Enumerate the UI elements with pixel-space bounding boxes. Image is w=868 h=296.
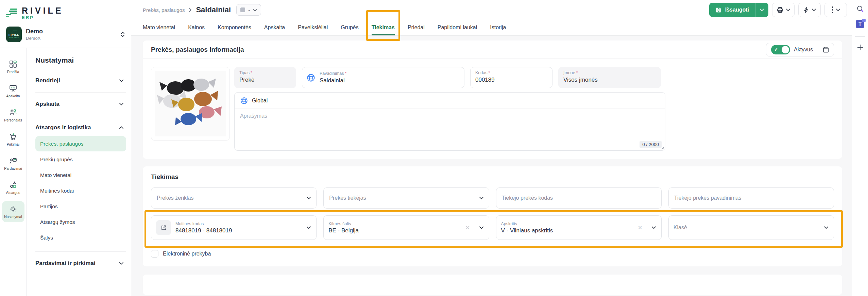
sidebar-item-partijos[interactable]: Partijos [35,199,126,214]
save-dropdown-button[interactable] [755,3,768,17]
breadcrumb-parent[interactable]: Prekės, paslaugos [143,7,185,13]
tab-papildomi-laukai[interactable]: Papildomi laukai [438,20,477,35]
tab-kainos[interactable]: Kainos [188,20,205,35]
tab-mato-vienetai[interactable]: Mato vienetai [143,20,175,35]
tiekejo-prekes-pavadinimas-input[interactable]: Tiekėjo prekės pavadinimas [668,187,834,209]
print-dropdown-button[interactable] [772,3,795,17]
actions-dropdown-button[interactable] [798,3,821,17]
sidebar-item-prekes-paslaugos[interactable]: Prekės, paslaugos [35,136,126,151]
pavadinimas-field[interactable]: Pavadinimas Saldainiai [302,67,464,88]
active-toggle[interactable]: ✓ Aktyvus [766,45,818,54]
page-title: Saldainiai [196,5,231,14]
teams-icon[interactable]: T [856,20,864,28]
tab-istorija[interactable]: Istorija [490,20,506,35]
rail-item-personalas[interactable]: Personalas [2,104,24,126]
resize-handle[interactable] [661,146,664,150]
card-title: Tiekimas [151,173,834,181]
toggle-switch[interactable]: ✓ [771,45,790,54]
rail-item-pardavimai[interactable]: Pardavimai [2,153,24,174]
status-dropdown[interactable]: - [236,4,261,16]
tab-priedai[interactable]: Priedai [408,20,425,35]
rail-item-pradzia[interactable]: Pradžia [2,56,24,77]
product-info-card: Prekės, paslaugos informacija ✓ Aktyvus [143,40,842,159]
rail-item-apskaita[interactable]: Apskaita [2,80,24,101]
sidebar-item-prekiu-grupes[interactable]: Prekių grupės [35,152,126,167]
prekes-zenklas-select[interactable]: Prekės ženklas [151,187,317,209]
status-square-icon [240,7,245,12]
add-button[interactable] [856,44,864,51]
chevron-down-icon [307,197,311,199]
muitines-kodas-select[interactable]: Muitinės kodas 84818019 - 84818019 [151,215,317,240]
imone-field[interactable]: Įmonė Visos įmonės [558,67,661,88]
topbar: Prekės, paslaugos Saldainiai - [131,0,852,36]
tiekejo-prekes-kodas-input[interactable]: Tiekėjo prekės kodas [496,187,662,209]
workspace-selector[interactable]: RIVILE ERP demo Demo DemoX [0,22,131,48]
save-button[interactable]: Išsaugoti [709,3,755,17]
tab-tiekimas[interactable]: Tiekimas [372,20,395,35]
sales-chart-icon [9,157,17,165]
tipas-field[interactable]: Tipas Prekė [234,67,296,88]
sidebar-item-mato-vienetai[interactable]: Mato vienetai [35,167,126,183]
kodas-field[interactable]: Kodas 000189 [470,67,552,88]
chevron-down-icon [812,9,816,11]
rail-label: Pradžia [7,70,19,74]
tab-paveiksleliai[interactable]: Paveikslėliai [298,20,328,35]
product-image[interactable] [151,67,230,141]
field-label: Kilmės šalis [328,221,359,226]
divider [35,116,126,116]
active-toggle-group: ✓ Aktyvus [766,43,834,56]
toggle-knob [782,46,789,53]
elektronine-prekyba-checkbox[interactable] [151,250,158,258]
rail-item-pirkimai[interactable]: Pirkimai [2,129,24,150]
shapes-icon [9,181,17,189]
prekes-tiekejas-select[interactable]: Prekės tiekėjas [323,187,489,209]
field-label: Kodas [475,70,547,75]
rail-item-nustatymai[interactable]: Nustatymai [2,201,24,222]
field-value: 000189 [475,77,547,83]
field-value: V - Vilniaus apskritis [501,227,553,234]
tab-grupes[interactable]: Grupės [341,20,358,35]
calendar-button[interactable] [818,43,834,56]
cart-icon [9,132,17,141]
supply-card: Tiekimas Prekės ženklas Prekės tiekėjas … [143,166,842,266]
gear-icon [9,205,17,213]
right-utility-rail: T [852,0,868,296]
chevron-down-icon [824,226,828,229]
description-textarea[interactable] [235,109,665,138]
clear-icon[interactable]: ✕ [638,224,643,231]
tab-apskaita[interactable]: Apskaita [264,20,285,35]
tab-bar: Mato vienetai Kainos Komponentės Apskait… [131,20,852,35]
rail-label: Pirkimai [7,142,19,146]
sidebar-item-atsargu-zymos[interactable]: Atsargų žymos [35,214,126,230]
chevron-down-icon [479,197,483,199]
open-customs-code-button[interactable] [156,220,171,235]
workspace-avatar: RIVILE ERP demo [6,27,22,42]
icon-rail: Pradžia Apskaita Personalas [0,48,27,296]
toggle-label: Aktyvus [794,47,813,53]
kebab-menu-icon [832,6,834,14]
sidebar-item-muitines-kodai[interactable]: Muitinės kodai [35,183,126,198]
sidebar-item-salys[interactable]: Šalys [35,230,126,245]
chevron-down-icon [836,9,840,11]
lightning-icon [803,6,810,14]
nav-group-apskaita[interactable]: Apskaita [35,96,126,112]
kilmes-salis-select[interactable]: Kilmės šalis BE - Belgija ✕ [323,215,489,240]
field-label: Muitinės kodas [175,221,232,226]
nav-group-bendrieji[interactable]: Bendrieji [35,72,126,89]
input-placeholder: Tiekėjo prekės kodas [502,195,553,201]
printer-icon [777,6,784,14]
nav-group-pardavimai-ir-pirkimai[interactable]: Pardavimai ir pirkimai [35,255,126,272]
apskritis-select[interactable]: Apskritis V - Vilniaus apskritis ✕ [496,215,662,240]
logo[interactable]: RIVILE ERP [6,4,125,22]
clear-icon[interactable]: ✕ [465,224,470,231]
plus-icon [856,44,864,51]
klase-select[interactable]: Klasė [668,215,834,240]
nav-group-atsargos-ir-logistika[interactable]: Atsargos ir logistika [35,119,126,136]
tab-komponentes[interactable]: Komponentės [218,20,251,35]
more-dropdown-button[interactable] [824,3,847,17]
rail-item-atsargos[interactable]: Atsargos [2,177,24,198]
field-label: Įmonė [563,70,656,75]
global-search-button[interactable] [856,5,864,13]
input-placeholder: Tiekėjo prekės pavadinimas [674,195,742,201]
rail-label: Apskaita [6,94,20,98]
